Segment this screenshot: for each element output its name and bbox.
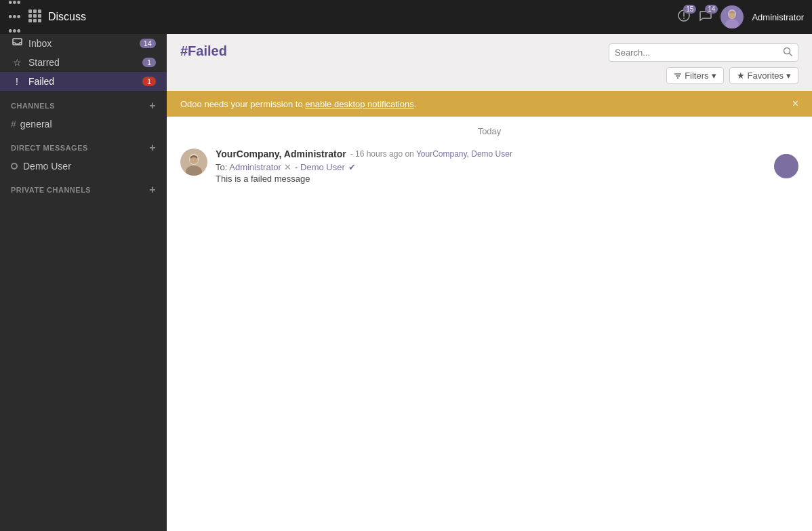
starred-label: Starred: [28, 57, 137, 68]
inbox-icon: [11, 38, 23, 49]
favorites-star-icon: ★: [737, 71, 745, 81]
app-grid-icon[interactable]: [28, 9, 41, 26]
favorites-button[interactable]: ★ Favorites ▾: [729, 67, 798, 84]
enable-notifications-link[interactable]: enable desktop notifications: [305, 99, 413, 109]
inbox-label: Inbox: [28, 38, 134, 49]
notification-banner: Odoo needs your permission to enable des…: [167, 91, 812, 117]
sidebar-item-failed[interactable]: ! Failed 1: [0, 72, 167, 91]
content-topbar: #Failed: [167, 34, 812, 84]
svg-rect-4: [33, 14, 37, 18]
message-meta: - 16 hours ago on YourCompany, Demo User: [350, 149, 512, 159]
channel-hash-icon: #: [11, 119, 16, 130]
app-layout: Inbox 14 ☆ Starred 1 ! Failed 1 CHANNELS…: [0, 34, 812, 531]
channels-header: CHANNELS +: [0, 91, 167, 115]
search-icon: [783, 47, 792, 58]
svg-point-17: [729, 13, 735, 18]
favorites-chevron: ▾: [786, 71, 791, 81]
inbox-badge: 14: [140, 39, 156, 48]
table-row: YourCompany, Administrator - 16 hours ag…: [167, 142, 812, 191]
username-label[interactable]: Administrator: [752, 12, 804, 22]
remove-admin-icon[interactable]: ✕: [284, 162, 291, 172]
message-body: YourCompany, Administrator - 16 hours ag…: [216, 149, 766, 184]
add-channel-button[interactable]: +: [149, 100, 156, 111]
message-header: YourCompany, Administrator - 16 hours ag…: [216, 149, 766, 159]
filters-button[interactable]: Filters ▾: [666, 67, 723, 84]
check-icon: ✔: [348, 162, 356, 172]
svg-rect-1: [33, 9, 37, 13]
sidebar: Inbox 14 ☆ Starred 1 ! Failed 1 CHANNELS…: [0, 34, 167, 531]
channel-general-label: general: [20, 119, 52, 130]
dm-status-icon: [11, 163, 18, 170]
to-admin-link[interactable]: Administrator: [229, 162, 281, 172]
message-status-indicator[interactable]: [774, 154, 798, 178]
starred-badge: 1: [142, 58, 156, 67]
message-text: This is a failed message: [216, 174, 766, 184]
svg-line-20: [790, 54, 792, 56]
starred-icon: ☆: [11, 57, 23, 68]
app-title: Discuss: [48, 11, 678, 23]
svg-rect-7: [33, 19, 37, 22]
favorites-label: Favorites: [748, 71, 784, 81]
page-title: #Failed: [180, 43, 227, 59]
navbar-actions: 15 14 Administrator: [677, 5, 804, 28]
svg-rect-2: [38, 9, 41, 13]
search-area: Filters ▾ ★ Favorites ▾: [609, 43, 798, 84]
messages-badge: 14: [705, 5, 718, 14]
failed-icon: !: [11, 76, 23, 87]
activities-button[interactable]: 15: [677, 9, 691, 26]
search-bar: [609, 43, 798, 62]
add-private-channel-button[interactable]: +: [149, 184, 156, 195]
svg-rect-6: [28, 19, 32, 22]
banner-close-button[interactable]: ×: [792, 98, 798, 110]
messages-button[interactable]: 14: [699, 9, 712, 26]
search-input[interactable]: [615, 47, 783, 58]
sidebar-item-inbox[interactable]: Inbox 14: [0, 34, 167, 53]
channel-general[interactable]: # general: [0, 115, 167, 133]
avatar: [180, 149, 207, 176]
filters-chevron: ▾: [712, 71, 716, 81]
filter-area: Filters ▾ ★ Favorites ▾: [666, 67, 798, 84]
add-dm-button[interactable]: +: [149, 142, 156, 153]
message-sender: YourCompany, Administrator: [216, 149, 346, 159]
svg-rect-3: [28, 14, 32, 18]
banner-text: Odoo needs your permission to enable des…: [180, 99, 416, 109]
private-channels-header: PRIVATE CHANNELS +: [0, 175, 167, 199]
grid-icon[interactable]: •••••••••: [8, 0, 21, 39]
sidebar-item-starred[interactable]: ☆ Starred 1: [0, 53, 167, 72]
svg-rect-8: [38, 19, 41, 22]
activities-badge: 15: [683, 5, 696, 14]
message-thread-link[interactable]: YourCompany, Demo User: [416, 149, 512, 159]
svg-rect-5: [38, 14, 41, 18]
svg-point-11: [683, 18, 685, 19]
messages-area: Today YourCompany, Administrator: [167, 117, 812, 531]
svg-point-27: [190, 157, 198, 164]
navbar: ••••••••• Discuss 15 14: [0, 0, 812, 34]
main-content: #Failed: [167, 34, 812, 531]
message-to: To: Administrator ✕ - Demo User ✔: [216, 162, 766, 172]
svg-rect-0: [28, 9, 32, 13]
dm-demo-user-label: Demo User: [23, 161, 71, 172]
failed-badge: 1: [142, 77, 156, 86]
failed-label: Failed: [28, 76, 137, 87]
dm-demo-user[interactable]: Demo User: [0, 157, 167, 175]
to-demo-link[interactable]: Demo User: [300, 162, 345, 172]
dm-header: DIRECT MESSAGES +: [0, 133, 167, 157]
user-avatar[interactable]: [720, 5, 744, 28]
filters-label: Filters: [685, 71, 708, 81]
date-divider: Today: [167, 117, 812, 142]
